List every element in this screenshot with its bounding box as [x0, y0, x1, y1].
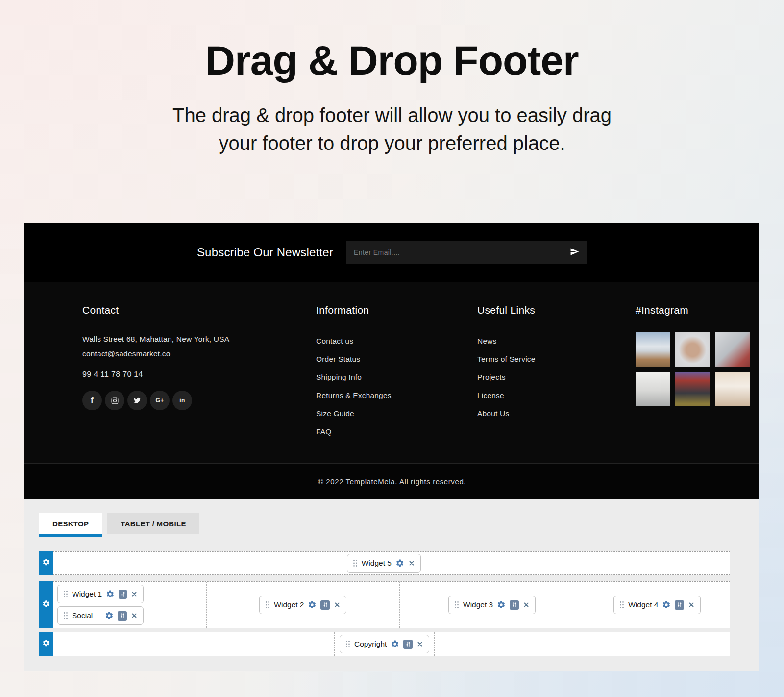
row-settings-handle[interactable]	[39, 551, 53, 575]
copyright-bar: © 2022 TemplateMela. All rights reserved…	[24, 463, 760, 499]
twitter-icon[interactable]	[127, 391, 147, 410]
drag-handle-icon[interactable]	[345, 640, 350, 648]
drag-handle-icon[interactable]	[619, 601, 624, 609]
gear-icon[interactable]	[395, 559, 404, 568]
drag-handle-icon[interactable]	[63, 612, 68, 620]
column-width-icon[interactable]	[510, 600, 519, 610]
footer-link[interactable]: Returns & Exchanges	[316, 386, 477, 404]
row-cell: Widget 1 Social	[53, 582, 207, 628]
close-icon[interactable]	[523, 601, 530, 608]
row-cell-empty[interactable]	[435, 632, 730, 656]
row-cell: Copyright	[335, 632, 435, 656]
footer-link[interactable]: News	[477, 332, 636, 350]
column-width-icon[interactable]	[119, 590, 127, 599]
widget-chip-widget4[interactable]: Widget 4	[613, 596, 701, 614]
widget-chip-label: Widget 2	[274, 600, 304, 609]
footer-link[interactable]: Contact us	[316, 332, 477, 350]
drag-handle-icon[interactable]	[454, 601, 459, 609]
instagram-photo-mechanic[interactable]	[715, 332, 750, 367]
widget-chip-social[interactable]: Social	[57, 606, 144, 625]
widget-chip-label: Widget 5	[362, 559, 392, 568]
column-width-icon[interactable]	[403, 640, 413, 649]
google-plus-icon[interactable]: G+	[150, 391, 170, 410]
gear-icon[interactable]	[497, 600, 506, 609]
contact-email[interactable]: contact@sadesmarket.co	[82, 347, 316, 361]
column-width-icon[interactable]	[675, 600, 684, 610]
contact-heading: Contact	[82, 304, 316, 316]
instagram-photo-wedding-couple[interactable]	[715, 372, 750, 406]
gear-icon[interactable]	[391, 640, 399, 648]
row-cell-empty[interactable]	[53, 552, 341, 574]
instagram-photo-firefighter[interactable]	[675, 372, 710, 406]
widget-chip-copyright[interactable]: Copyright	[340, 635, 429, 653]
footer-link[interactable]: Order Status	[316, 350, 477, 368]
hero-section: Drag & Drop Footer The drag & drop foote…	[0, 0, 784, 157]
widget-chip-label: Widget 3	[463, 600, 493, 609]
footer-link[interactable]: About Us	[477, 404, 636, 423]
widget-editor-panel: DESKTOP TABLET / MOBILE Widget 5	[24, 499, 760, 671]
close-icon[interactable]	[131, 591, 138, 597]
editor-row-1: Widget 5	[39, 551, 730, 575]
subtitle-line-2: your footer to drop your preferred place…	[219, 132, 565, 154]
gear-icon	[42, 639, 50, 649]
gear-icon[interactable]	[308, 600, 317, 609]
widget-stack: Widget 1 Social	[57, 585, 144, 625]
row-cell-empty[interactable]	[53, 632, 335, 656]
footer-column-information: Information Contact us Order Status Ship…	[316, 304, 477, 463]
editor-row: Widget 5	[53, 551, 730, 575]
editor-rows: Widget 5	[24, 551, 760, 656]
row-cell: Widget 3	[400, 582, 585, 628]
gear-icon[interactable]	[105, 611, 114, 620]
widget-chip-widget3[interactable]: Widget 3	[448, 596, 536, 614]
drag-handle-icon[interactable]	[353, 559, 358, 567]
tab-tablet-mobile[interactable]: TABLET / MOBILE	[107, 513, 199, 534]
gear-icon[interactable]	[662, 600, 671, 609]
editor-tabs: DESKTOP TABLET / MOBILE	[39, 513, 760, 537]
footer-column-contact: Contact Walls Street 68, Mahattan, New Y…	[82, 304, 316, 463]
contact-phone[interactable]: 99 4 11 78 70 14	[82, 370, 316, 379]
column-width-icon[interactable]	[320, 600, 330, 610]
newsletter-bar: Subscribe Our Newsletter	[24, 223, 760, 282]
footer-link[interactable]: Size Guide	[316, 404, 477, 423]
instagram-icon[interactable]	[105, 391, 124, 410]
row-settings-handle[interactable]	[39, 581, 53, 628]
close-icon[interactable]	[408, 560, 415, 567]
footer-link[interactable]: FAQ	[316, 423, 477, 441]
useful-links-heading: Useful Links	[477, 304, 636, 316]
footer-link[interactable]: License	[477, 386, 636, 404]
close-icon[interactable]	[416, 641, 423, 647]
facebook-icon[interactable]: f	[82, 391, 102, 410]
drag-handle-icon[interactable]	[63, 590, 68, 598]
row-settings-handle[interactable]	[39, 632, 53, 656]
close-icon[interactable]	[131, 612, 138, 619]
footer-column-instagram: #Instagram	[636, 304, 750, 463]
gear-icon[interactable]	[106, 590, 115, 598]
footer-link[interactable]: Terms of Service	[477, 350, 636, 368]
close-icon[interactable]	[334, 601, 341, 608]
widget-chip-widget5[interactable]: Widget 5	[347, 554, 421, 573]
editor-row: Copyright	[53, 632, 730, 656]
close-icon[interactable]	[688, 601, 695, 608]
instagram-grid	[636, 332, 750, 406]
widget-chip-widget2[interactable]: Widget 2	[259, 596, 346, 614]
newsletter-email-input[interactable]	[354, 249, 570, 256]
widget-chip-label: Copyright	[354, 640, 387, 648]
gear-icon	[42, 558, 50, 568]
contact-address: Walls Street 68, Mahattan, New York, USA	[82, 332, 316, 347]
newsletter-send-button[interactable]	[570, 247, 579, 258]
instagram-photo-cyclist[interactable]	[636, 332, 670, 367]
instagram-photo-bedroom[interactable]	[636, 372, 670, 406]
linkedin-icon[interactable]: in	[172, 391, 192, 410]
widget-chip-label: Widget 1	[72, 590, 102, 598]
footer-preview: Subscribe Our Newsletter Contact Walls S…	[24, 223, 760, 499]
instagram-photo-child-glasses[interactable]	[675, 332, 710, 367]
tab-desktop[interactable]: DESKTOP	[39, 513, 102, 537]
footer-link[interactable]: Shipping Info	[316, 368, 477, 386]
column-width-icon[interactable]	[118, 611, 127, 621]
row-cell-empty[interactable]	[427, 552, 730, 574]
widget-chip-widget1[interactable]: Widget 1	[57, 585, 144, 603]
paper-plane-icon	[570, 247, 579, 258]
editor-row: Widget 1 Social	[53, 581, 730, 628]
footer-link[interactable]: Projects	[477, 368, 636, 386]
drag-handle-icon[interactable]	[265, 601, 270, 609]
